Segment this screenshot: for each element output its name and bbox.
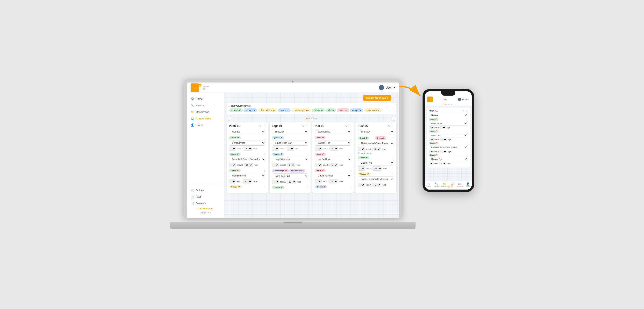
nav-dot-5[interactable]	[316, 118, 317, 119]
more-push2-chest2[interactable]: ⋮	[392, 156, 394, 159]
exercise-machine-flye[interactable]: Machine Flye	[229, 173, 266, 178]
sets-leg-ext[interactable]: 2	[272, 163, 279, 167]
exercise-bench-press[interactable]: Bench Press	[229, 140, 266, 146]
sidebar-item-mesocycles[interactable]: 📁 Mesocycles	[187, 109, 224, 115]
exercise-cable-flye[interactable]: Cable Flye	[358, 160, 394, 165]
exercise-lat-pulldown[interactable]: Lat Pulldown	[315, 157, 351, 162]
day-select-push2[interactable]: Thursday	[358, 129, 394, 134]
phone-reps-cable-flye[interactable]: 20-30	[440, 138, 447, 141]
more-legs1[interactable]: ⋮	[306, 124, 308, 128]
phone-nav-create-meso[interactable]: 📊 Create Meso	[448, 182, 456, 189]
phone-more-icon[interactable]: ⋮	[466, 109, 468, 112]
prev-arrow[interactable]: ‹	[226, 116, 231, 121]
edit-icon-push1[interactable]: ✎	[259, 125, 261, 127]
sidebar-item-create-meso[interactable]: 📊 Create Meso	[187, 115, 224, 122]
phone-sets-db[interactable]: 2	[429, 150, 434, 153]
phone-reps-machine-flye[interactable]: 15-20	[439, 162, 446, 165]
sets-bb-row[interactable]: 2	[315, 147, 322, 151]
sidebar-item-home[interactable]: 🏠 Home	[187, 96, 224, 102]
more-biceps[interactable]: ⋮	[349, 186, 351, 188]
sets-db[interactable]: 2	[229, 163, 236, 167]
sets-lat[interactable]: 2	[315, 163, 322, 167]
exercise-db-incline[interactable]: Dumbbell Bench Press (Incline)	[229, 157, 266, 162]
more-push2-chest1[interactable]: ⋮	[392, 137, 394, 139]
more-push2-triceps[interactable]: ⋮	[392, 173, 394, 175]
phone-dot-3[interactable]	[448, 104, 449, 105]
edit-icon-pull1[interactable]: ✎	[345, 125, 347, 127]
phone-exercise-bench[interactable]: Bench Press	[429, 121, 468, 125]
more-push1[interactable]: ⋮	[262, 124, 266, 128]
phone-sets-cable-flye[interactable]: 2	[429, 138, 434, 141]
more-back1[interactable]: ⋮	[349, 136, 351, 139]
exercise-leg-ext[interactable]: Leg Extension	[272, 157, 308, 162]
reps-lat[interactable]: 10-15	[330, 163, 338, 167]
exercise-squat[interactable]: Squat (High Bar)	[272, 140, 308, 146]
sidebar-item-workout[interactable]: 🔧 Workout	[187, 102, 224, 109]
reps-bench[interactable]: 5-10	[244, 147, 252, 151]
reps-cable-overhead[interactable]: 10-15	[372, 183, 381, 187]
exercise-leg-curl[interactable]: Lying Leg Curl	[272, 173, 308, 179]
phone-more-chest4[interactable]: ⋮	[466, 154, 468, 156]
phone-nav-mesocycles[interactable]: 📁 Mesocycles	[440, 182, 448, 189]
day-select-pull1[interactable]: Wednesday	[315, 129, 351, 134]
more-back3[interactable]: ⋮	[349, 169, 351, 172]
reps-squat[interactable]: 6-8	[287, 147, 294, 151]
more-hamstrings[interactable]: ⋮	[306, 169, 308, 172]
sets-cable-flye[interactable]: 2	[358, 166, 365, 171]
phone-day-select[interactable]: Monday	[429, 113, 468, 117]
phone-more-chest2[interactable]: ⋮	[466, 130, 468, 133]
next-arrow[interactable]: ›	[392, 116, 396, 121]
exercise-plate-chest-press[interactable]: Plate-Loaded Chest Press (Incline)	[358, 141, 394, 146]
reps-leg-ext[interactable]: 10-15	[287, 163, 295, 167]
phone-nav-home[interactable]: ⌂ Home	[425, 182, 432, 189]
reps-cable-flye[interactable]: 20-30	[372, 166, 382, 171]
sets-bench[interactable]: 2	[229, 147, 236, 151]
phone-sets-machine-flye[interactable]: 1	[429, 162, 434, 165]
phone-sets-bench[interactable]: 2	[429, 126, 434, 129]
more-back2[interactable]: ⋮	[349, 153, 351, 155]
phone-reps-db[interactable]: 10-20	[440, 150, 447, 153]
exercise-cable-pullover[interactable]: Cable Pullover	[315, 173, 351, 178]
phone-nav-workout[interactable]: 🔧 Workout	[432, 182, 440, 189]
nav-dot-2[interactable]	[308, 118, 310, 119]
phone-dot-2[interactable]	[446, 104, 447, 105]
nav-dot-1[interactable]	[306, 118, 308, 119]
more-push2[interactable]: ⋮	[391, 124, 394, 128]
exercise-barbell-row[interactable]: Barbell Row	[315, 140, 351, 146]
sidebar-item-faq[interactable]: 📄 FAQ	[187, 194, 224, 200]
reps-cable-pullover[interactable]: 15-20	[328, 179, 338, 184]
sidebar-item-glossary[interactable]: 📄 Glossary	[187, 200, 224, 207]
day-select-push1[interactable]: Monday	[229, 129, 266, 134]
day-select-legs1[interactable]: Tuesday	[272, 129, 308, 134]
nav-dot-3[interactable]	[311, 118, 312, 119]
more-pull1[interactable]: ⋮	[348, 124, 351, 128]
exercise-cable-overhead[interactable]: Cable Overhead Extension (Straight Bar)	[358, 176, 394, 182]
more-chest2[interactable]: ⋮	[263, 153, 266, 155]
phone-dot-5[interactable]	[451, 104, 452, 105]
more-quads1[interactable]: ⋮	[306, 136, 308, 139]
edit-icon-push2[interactable]: ✎	[388, 125, 390, 127]
nav-dot-4[interactable]	[313, 118, 314, 119]
phone-more-chest3[interactable]: ⋮	[466, 142, 468, 144]
reps-plate-press[interactable]: 8-12	[372, 147, 381, 151]
sidebar-item-profile[interactable]: 👤 Profile	[187, 122, 224, 128]
more-options-icon[interactable]: ⋮	[393, 96, 396, 100]
edit-icon-legs1[interactable]: ✎	[302, 125, 304, 127]
sets-plate-press[interactable]: 2	[358, 147, 365, 151]
reps-leg-curl[interactable]: 10-20	[287, 180, 296, 184]
sets-cable-pullover[interactable]: 1	[315, 179, 322, 184]
phone-edit-icon[interactable]: ✎	[463, 109, 465, 112]
phone-exercise-machine-flye[interactable]: Machine Flye	[429, 157, 468, 161]
sets-squat[interactable]: 2	[272, 147, 279, 151]
sets-flye[interactable]: 1	[229, 179, 236, 184]
phone-nav-resources[interactable]: 📖 Resources	[456, 182, 464, 189]
sidebar-item-guides[interactable]: 📖 Guides	[187, 187, 224, 194]
reps-bb-row[interactable]: 5-10	[330, 147, 338, 151]
phone-exercise-cable-flye[interactable]: Cable Flye	[429, 133, 468, 137]
more-chest3[interactable]: ⋮	[263, 169, 266, 172]
phone-exercise-db-incline[interactable]: Dumbbell Bench Press (Incline)	[429, 145, 468, 149]
more-quads2[interactable]: ⋮	[306, 153, 308, 155]
phone-dot-4[interactable]	[450, 104, 450, 105]
reps-flye[interactable]: 15-20	[243, 179, 252, 184]
create-meso-button[interactable]: Create Mesocycle	[363, 95, 391, 101]
